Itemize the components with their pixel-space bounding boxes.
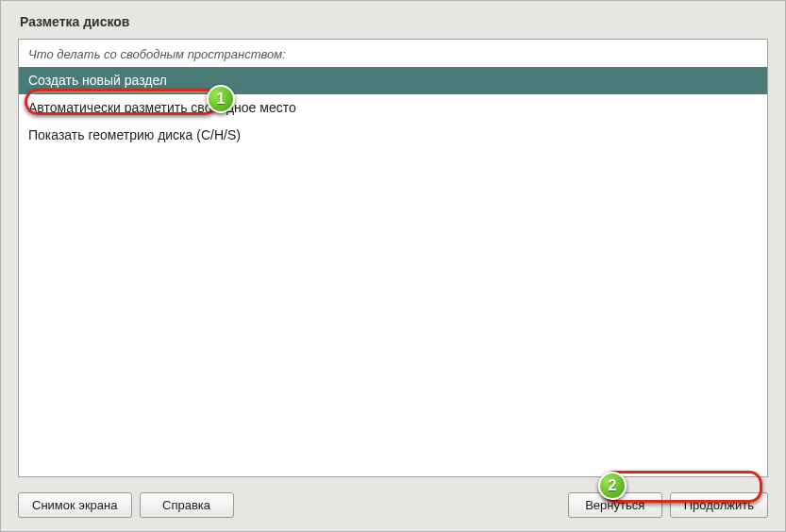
help-button[interactable]: Справка [140,492,234,518]
spacer [242,492,560,518]
button-bar: Снимок экрана Справка Вернуться Продолжи… [1,485,785,531]
window-title: Разметка дисков [1,1,785,39]
content-frame: Что делать со свободным пространством: С… [18,39,768,477]
back-button[interactable]: Вернуться [568,492,662,518]
prompt-text: Что делать со свободным пространством: [19,40,767,67]
continue-button[interactable]: Продолжить [670,492,768,518]
screenshot-button[interactable]: Снимок экрана [18,492,132,518]
option-list: Создать новый раздел Автоматически разме… [19,67,767,476]
option-auto-partition[interactable]: Автоматически разметить свободное место [19,94,767,122]
option-create-new-partition[interactable]: Создать новый раздел [19,67,767,94]
partition-window: Разметка дисков Что делать со свободным … [0,0,786,532]
option-show-geometry[interactable]: Показать геометрию диска (C/H/S) [19,122,767,149]
